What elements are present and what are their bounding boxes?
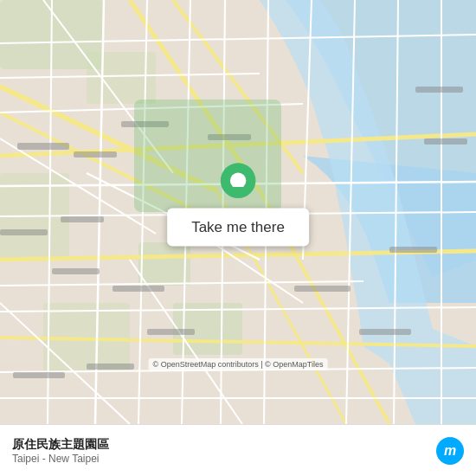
svg-rect-55 xyxy=(61,216,104,222)
moovit-letter: m xyxy=(444,443,456,459)
svg-point-58 xyxy=(230,172,246,188)
svg-rect-44 xyxy=(52,268,100,274)
moovit-icon: m xyxy=(436,437,464,465)
svg-rect-54 xyxy=(0,229,48,235)
place-info: 原住民族主題園區 Taipei - New Taipei xyxy=(12,437,428,465)
map-pin xyxy=(216,161,260,213)
svg-rect-41 xyxy=(74,151,117,158)
map-container: Take me there © OpenStreetMap contributo… xyxy=(0,0,476,424)
take-me-there-button[interactable]: Take me there xyxy=(167,209,309,247)
svg-rect-49 xyxy=(389,247,437,253)
map-attribution: © OpenStreetMap contributors | © OpenMap… xyxy=(149,358,328,370)
place-name: 原住民族主題園區 xyxy=(12,437,428,453)
svg-rect-40 xyxy=(17,143,69,150)
svg-rect-45 xyxy=(113,286,164,292)
svg-rect-4 xyxy=(138,242,190,286)
svg-rect-46 xyxy=(147,329,195,335)
svg-rect-53 xyxy=(87,363,134,370)
button-overlay: Take me there xyxy=(167,161,309,247)
bottom-bar: 原住民族主題園區 Taipei - New Taipei m xyxy=(0,424,476,476)
place-subname: Taipei - New Taipei xyxy=(12,453,428,465)
svg-rect-52 xyxy=(13,372,65,378)
svg-rect-50 xyxy=(424,138,467,145)
svg-rect-47 xyxy=(294,286,351,292)
moovit-logo: m xyxy=(436,437,464,465)
svg-rect-48 xyxy=(359,329,411,335)
svg-rect-51 xyxy=(415,87,463,93)
